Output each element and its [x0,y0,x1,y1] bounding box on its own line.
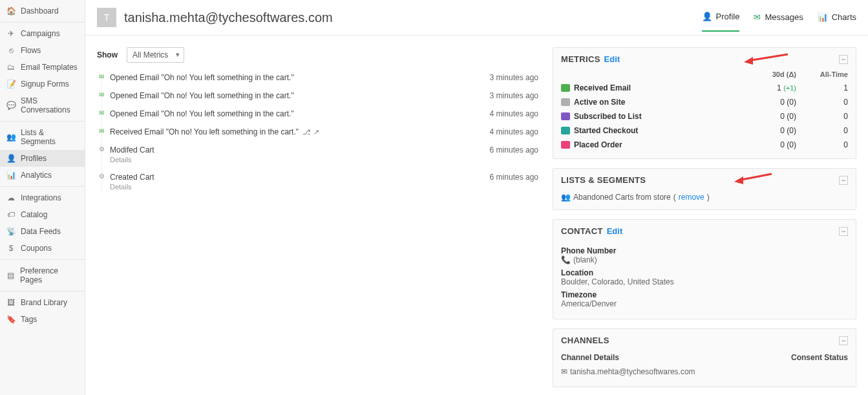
tab-label: Profile [716,12,740,21]
activity-event[interactable]: ⚙Created Cart6 minutes agoDetails [110,170,538,197]
activity-event[interactable]: ✉Opened Email "Oh no! You left something… [110,107,538,125]
home-icon: 🏠 [6,6,16,16]
metric-badge-icon [561,84,570,92]
event-time: 6 minutes ago [490,145,538,155]
remove-link[interactable]: remove [679,193,704,202]
metric-name: Started Checkout [574,126,638,135]
col-30d: 30d (Δ) [745,70,796,78]
event-title: Opened Email "Oh no! You left something … [110,73,294,82]
people-icon: 👥 [561,193,571,202]
activity-timeline: ✉Opened Email "Oh no! You left something… [97,70,538,197]
profile-header: T tanisha.mehta@tychesoftwares.com 👤Prof… [85,0,868,36]
metrics-row: Started Checkout0 (0)0 [561,123,848,138]
event-title: Opened Email "Oh no! You left something … [110,91,294,100]
event-details[interactable]: Details [110,156,538,164]
metrics-filter-select[interactable]: All Metrics [127,47,184,63]
nav-signup-forms[interactable]: 📝Signup Forms [0,76,85,92]
nav-sms[interactable]: 💬SMS Conversations [0,92,85,118]
metrics-row: Received Email1 (+1)1 [561,81,848,95]
nav-label: Signup Forms [21,80,69,89]
nav-tags[interactable]: 🔖Tags [0,311,85,328]
activity-event[interactable]: ⚙Modifed Cart6 minutes agoDetails [110,143,538,170]
library-icon: 🖼 [6,298,16,307]
nav-lists-segments[interactable]: 👥Lists & Segments [0,124,85,150]
nav-preference-pages[interactable]: ▤Preference Pages [0,262,85,288]
collapse-icon[interactable]: − [839,176,848,185]
nav-analytics[interactable]: 📊Analytics [0,167,85,184]
activity-event[interactable]: ✉Received Email "Oh no! You left somethi… [110,125,538,143]
tab-messages[interactable]: ✉Messages [754,12,803,32]
phone-icon: 📞 [561,255,571,264]
mail-icon: ✉ [561,367,567,376]
nav-data-feeds[interactable]: 📡Data Feeds [0,223,85,240]
channels-panel: CHANNELS − Channel Details Consent Statu… [553,328,856,387]
metric-alltime: 1 [796,83,848,92]
charts-icon: 📊 [818,12,828,22]
analytics-icon: 📊 [6,171,16,180]
metrics-panel: METRICS Edit − 30d (Δ) All-Time Received… [553,47,856,159]
event-time: 6 minutes ago [490,173,538,182]
event-details[interactable]: Details [110,183,538,191]
nav-label: Analytics [21,171,52,180]
event-bullet-icon: ⚙ [97,171,106,180]
person-icon: 👤 [702,12,712,21]
signup-icon: 📝 [6,80,16,89]
nav-label: Data Feeds [21,227,61,236]
cloud-icon: ☁ [6,193,16,202]
contact-panel: CONTACT Edit − Phone Number 📞(blank) Loc… [553,219,856,319]
feed-icon: 📡 [6,227,16,236]
tab-profile[interactable]: 👤Profile [702,12,740,32]
nav-label: Email Templates [21,63,78,72]
timezone-value: America/Denver [561,299,617,308]
metrics-edit-link[interactable]: Edit [604,54,620,64]
timezone-label: Timezone [561,290,848,299]
metric-alltime: 0 [796,112,848,121]
collapse-icon[interactable]: − [839,55,848,64]
nav-dashboard[interactable]: 🏠Dashboard [0,3,85,19]
nav-label: Profiles [21,154,47,163]
collapse-icon[interactable]: − [839,336,848,345]
nav-coupons[interactable]: $Coupons [0,240,85,257]
activity-event[interactable]: ✉Opened Email "Oh no! You left something… [110,70,538,89]
contact-edit-link[interactable]: Edit [607,226,623,236]
nav-catalog[interactable]: 🏷Catalog [0,206,85,223]
event-bullet-icon: ✉ [97,72,106,81]
nav-label: Dashboard [21,6,59,16]
nav-email-templates[interactable]: 🗂Email Templates [0,59,85,76]
nav-flows[interactable]: ⎋Flows [0,42,85,59]
collapse-icon[interactable]: − [839,227,848,236]
channels-title: CHANNELS [561,336,609,345]
branch-icon: ⎇ [302,128,311,136]
metric-badge-icon [561,98,570,106]
event-title: Opened Email "Oh no! You left something … [110,109,294,118]
tab-label: Messages [765,12,803,22]
activity-event[interactable]: ✉Opened Email "Oh no! You left something… [110,89,538,107]
metrics-title: METRICS [561,54,600,64]
profile-icon: 👤 [6,154,16,163]
nav-profiles[interactable]: 👤Profiles [0,150,85,167]
nav-brand-library[interactable]: 🖼Brand Library [0,294,85,311]
location-value: Boulder, Colorado, United States [561,277,674,286]
tab-charts[interactable]: 📊Charts [818,12,856,32]
metric-name: Subscribed to List [574,112,642,121]
metric-badge-icon [561,127,570,134]
event-bullet-icon: ⚙ [97,144,106,153]
location-label: Location [561,268,848,277]
pref-icon: ▤ [6,271,15,280]
nav-campaigns[interactable]: ✈Campaigns [0,25,85,42]
nav-label: Tags [21,315,37,324]
metric-30d: 0 (0) [745,112,796,121]
event-bullet-icon: ✉ [97,108,106,117]
event-bullet-icon: ✉ [97,126,106,135]
profile-email-title: tanisha.mehta@tychesoftwares.com [124,10,333,25]
nav-label: Lists & Segments [21,128,78,146]
event-time: 4 minutes ago [490,127,538,136]
metric-name: Active on Site [574,98,625,107]
people-icon: 👥 [6,133,16,142]
metric-30d: 0 (0) [745,98,796,107]
metric-30d: 0 (0) [745,140,796,149]
messages-icon: ✉ [754,12,761,22]
col-alltime: All-Time [796,70,848,78]
metric-name: Placed Order [574,140,622,149]
nav-integrations[interactable]: ☁Integrations [0,189,85,206]
